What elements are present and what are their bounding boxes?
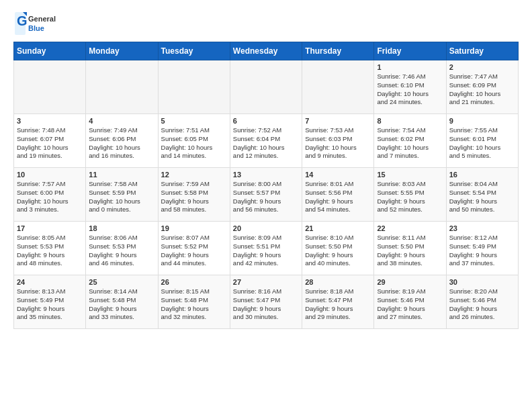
weekday-header-friday: Friday <box>374 42 446 60</box>
day-number: 12 <box>161 171 227 179</box>
day-info: Sunrise: 8:11 AMSunset: 5:50 PMDaylight:… <box>377 234 425 267</box>
day-number: 29 <box>377 278 443 286</box>
calendar-cell: 21Sunrise: 8:10 AMSunset: 5:50 PMDayligh… <box>302 222 374 275</box>
calendar-cell: 22Sunrise: 8:11 AMSunset: 5:50 PMDayligh… <box>374 222 446 275</box>
day-number: 11 <box>89 171 154 179</box>
day-number: 19 <box>161 224 227 232</box>
calendar-cell: 29Sunrise: 8:19 AMSunset: 5:46 PMDayligh… <box>374 275 446 329</box>
day-info: Sunrise: 8:01 AMSunset: 5:56 PMDaylight:… <box>305 180 353 213</box>
calendar-cell: 27Sunrise: 8:16 AMSunset: 5:47 PMDayligh… <box>230 275 302 329</box>
day-number: 3 <box>17 117 83 125</box>
day-number: 23 <box>449 224 515 232</box>
day-number: 28 <box>305 278 371 286</box>
weekday-header-thursday: Thursday <box>302 42 374 60</box>
calendar-cell <box>86 60 158 114</box>
day-number: 27 <box>233 278 299 286</box>
day-info: Sunrise: 7:52 AMSunset: 6:04 PMDaylight:… <box>233 126 285 159</box>
day-number: 17 <box>17 224 83 232</box>
weekday-header-wednesday: Wednesday <box>230 42 302 60</box>
calendar-cell: 1Sunrise: 7:46 AMSunset: 6:10 PMDaylight… <box>374 60 446 114</box>
day-info: Sunrise: 8:09 AMSunset: 5:51 PMDaylight:… <box>233 234 281 267</box>
svg-text:G: G <box>17 13 28 28</box>
week-row-4: 17Sunrise: 8:05 AMSunset: 5:53 PMDayligh… <box>14 222 519 275</box>
calendar-cell: 15Sunrise: 8:03 AMSunset: 5:55 PMDayligh… <box>374 168 446 222</box>
logo: General Blue G <box>13 11 60 36</box>
header: General Blue G <box>13 11 519 36</box>
calendar-cell: 19Sunrise: 8:07 AMSunset: 5:52 PMDayligh… <box>158 222 230 275</box>
day-info: Sunrise: 7:51 AMSunset: 6:05 PMDaylight:… <box>161 126 213 159</box>
calendar-cell: 5Sunrise: 7:51 AMSunset: 6:05 PMDaylight… <box>158 114 230 168</box>
calendar-cell: 25Sunrise: 8:14 AMSunset: 5:48 PMDayligh… <box>86 275 158 329</box>
calendar-cell <box>230 60 302 114</box>
week-row-1: 1Sunrise: 7:46 AMSunset: 6:10 PMDaylight… <box>14 60 519 114</box>
calendar-cell: 26Sunrise: 8:15 AMSunset: 5:48 PMDayligh… <box>158 275 230 329</box>
calendar-cell: 12Sunrise: 7:59 AMSunset: 5:58 PMDayligh… <box>158 168 230 222</box>
calendar-cell: 16Sunrise: 8:04 AMSunset: 5:54 PMDayligh… <box>446 168 518 222</box>
calendar-cell: 2Sunrise: 7:47 AMSunset: 6:09 PMDaylight… <box>446 60 518 114</box>
day-number: 20 <box>233 224 299 232</box>
logo-svg: General Blue G <box>13 11 60 36</box>
calendar-cell: 17Sunrise: 8:05 AMSunset: 5:53 PMDayligh… <box>14 222 86 275</box>
calendar-cell: 6Sunrise: 7:52 AMSunset: 6:04 PMDaylight… <box>230 114 302 168</box>
day-number: 15 <box>377 171 443 179</box>
day-info: Sunrise: 7:49 AMSunset: 6:06 PMDaylight:… <box>89 126 140 159</box>
week-row-2: 3Sunrise: 7:48 AMSunset: 6:07 PMDaylight… <box>14 114 519 168</box>
day-info: Sunrise: 7:55 AMSunset: 6:01 PMDaylight:… <box>449 126 501 159</box>
weekday-header-tuesday: Tuesday <box>158 42 230 60</box>
day-number: 24 <box>17 278 83 286</box>
svg-text:Blue: Blue <box>28 24 44 32</box>
day-info: Sunrise: 7:47 AMSunset: 6:09 PMDaylight:… <box>449 73 501 105</box>
page: General Blue G SundayMondayTuesdayWednes… <box>0 0 532 336</box>
day-number: 7 <box>305 117 371 125</box>
day-info: Sunrise: 8:10 AMSunset: 5:50 PMDaylight:… <box>305 234 353 267</box>
day-info: Sunrise: 8:12 AMSunset: 5:49 PMDaylight:… <box>449 234 498 267</box>
day-number: 22 <box>377 224 443 232</box>
day-info: Sunrise: 7:54 AMSunset: 6:02 PMDaylight:… <box>377 126 429 159</box>
calendar-cell: 4Sunrise: 7:49 AMSunset: 6:06 PMDaylight… <box>86 114 158 168</box>
day-number: 5 <box>161 117 227 125</box>
day-info: Sunrise: 7:48 AMSunset: 6:07 PMDaylight:… <box>17 126 69 159</box>
calendar-cell: 28Sunrise: 8:18 AMSunset: 5:47 PMDayligh… <box>302 275 374 329</box>
day-info: Sunrise: 8:06 AMSunset: 5:53 PMDaylight:… <box>89 234 137 267</box>
day-number: 14 <box>305 171 371 179</box>
day-number: 8 <box>377 117 443 125</box>
day-info: Sunrise: 7:57 AMSunset: 6:00 PMDaylight:… <box>17 180 69 213</box>
day-info: Sunrise: 8:15 AMSunset: 5:48 PMDaylight:… <box>161 287 210 320</box>
day-info: Sunrise: 8:20 AMSunset: 5:46 PMDaylight:… <box>449 287 498 320</box>
day-info: Sunrise: 8:03 AMSunset: 5:55 PMDaylight:… <box>377 180 425 213</box>
calendar-cell: 24Sunrise: 8:13 AMSunset: 5:49 PMDayligh… <box>14 275 86 329</box>
week-row-5: 24Sunrise: 8:13 AMSunset: 5:49 PMDayligh… <box>14 275 519 329</box>
day-info: Sunrise: 8:13 AMSunset: 5:49 PMDaylight:… <box>17 287 65 320</box>
day-number: 4 <box>89 117 154 125</box>
day-info: Sunrise: 8:19 AMSunset: 5:46 PMDaylight:… <box>377 287 425 320</box>
day-number: 25 <box>89 278 154 286</box>
weekday-header-saturday: Saturday <box>446 42 518 60</box>
calendar-cell: 10Sunrise: 7:57 AMSunset: 6:00 PMDayligh… <box>14 168 86 222</box>
calendar-cell: 14Sunrise: 8:01 AMSunset: 5:56 PMDayligh… <box>302 168 374 222</box>
weekday-header-sunday: Sunday <box>14 42 86 60</box>
calendar-cell: 23Sunrise: 8:12 AMSunset: 5:49 PMDayligh… <box>446 222 518 275</box>
day-number: 10 <box>17 171 83 179</box>
day-number: 18 <box>89 224 154 232</box>
svg-text:General: General <box>28 15 56 23</box>
day-info: Sunrise: 8:18 AMSunset: 5:47 PMDaylight:… <box>305 287 353 320</box>
calendar-cell: 9Sunrise: 7:55 AMSunset: 6:01 PMDaylight… <box>446 114 518 168</box>
calendar-table: SundayMondayTuesdayWednesdayThursdayFrid… <box>13 42 519 329</box>
day-info: Sunrise: 8:00 AMSunset: 5:57 PMDaylight:… <box>233 180 281 213</box>
weekday-header-monday: Monday <box>86 42 158 60</box>
header-row: SundayMondayTuesdayWednesdayThursdayFrid… <box>14 42 519 60</box>
calendar-cell: 3Sunrise: 7:48 AMSunset: 6:07 PMDaylight… <box>14 114 86 168</box>
day-info: Sunrise: 8:14 AMSunset: 5:48 PMDaylight:… <box>89 287 137 320</box>
day-number: 26 <box>161 278 227 286</box>
calendar-cell: 30Sunrise: 8:20 AMSunset: 5:46 PMDayligh… <box>446 275 518 329</box>
day-number: 6 <box>233 117 299 125</box>
calendar-cell <box>158 60 230 114</box>
calendar-cell <box>302 60 374 114</box>
calendar-cell: 7Sunrise: 7:53 AMSunset: 6:03 PMDaylight… <box>302 114 374 168</box>
day-info: Sunrise: 7:53 AMSunset: 6:03 PMDaylight:… <box>305 126 357 159</box>
week-row-3: 10Sunrise: 7:57 AMSunset: 6:00 PMDayligh… <box>14 168 519 222</box>
day-number: 16 <box>449 171 515 179</box>
day-number: 30 <box>449 278 515 286</box>
day-number: 13 <box>233 171 299 179</box>
calendar-cell: 13Sunrise: 8:00 AMSunset: 5:57 PMDayligh… <box>230 168 302 222</box>
